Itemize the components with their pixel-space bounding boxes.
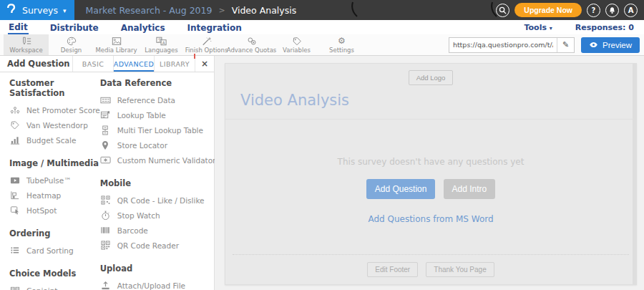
close-icon[interactable]: × [195, 56, 214, 72]
image-icon [112, 37, 122, 46]
gear-icon: ⚙ [338, 37, 346, 46]
responses-count[interactable]: Responses: 0 [575, 23, 634, 32]
reference-data-icon [100, 95, 111, 105]
add-logo-button[interactable]: Add Logo [409, 70, 454, 85]
question-type-reference-data[interactable]: Reference Data [100, 92, 216, 107]
svg-text:A: A [162, 40, 165, 44]
palette-icon [67, 37, 77, 46]
section-title: Ordering [9, 228, 100, 238]
tab-advanced[interactable]: ADVANCED [113, 56, 154, 72]
validator-icon [100, 155, 111, 165]
quota-icon [247, 37, 257, 46]
bar-chart-icon [9, 135, 20, 145]
question-type-qr-code-like-dislike[interactable]: QR Code - Like / Dislike [100, 193, 216, 208]
survey-url-box: ✎ [449, 37, 575, 53]
search-icon [499, 6, 507, 14]
translate-icon: 文A [156, 37, 167, 46]
qr-reader-icon [100, 240, 111, 251]
survey-title[interactable]: Video Analysis [240, 92, 636, 109]
canvas-scrollbar[interactable] [633, 64, 636, 284]
section-title: Upload [100, 264, 216, 274]
question-type-card-sorting[interactable]: Card Sorting [9, 243, 100, 258]
tab-analytics[interactable]: Analytics [120, 21, 166, 34]
bell-icon [608, 6, 616, 14]
tab-basic[interactable]: BASIC [72, 56, 113, 72]
canvas-footer: Edit Footer Thank You Page [233, 254, 629, 284]
map-pin-icon [100, 140, 111, 150]
edit-toolbar: Workspace Design Media Library 文A Langua… [0, 34, 644, 56]
questionpro-logo-icon [6, 4, 17, 16]
question-type-net-promoter-score[interactable]: Net Promoter Score [9, 102, 100, 117]
question-type-conjoint[interactable]: Conjoint [9, 283, 100, 290]
add-question-panel-header: Add Question BASIC ADVANCED LIBRARY × [0, 56, 214, 72]
toolbar-item-advance-quotas[interactable]: Advance Quotas [229, 34, 274, 55]
edit-url-pencil-icon[interactable]: ✎ [557, 38, 574, 52]
question-type-heatmap[interactable]: Heatmap [9, 188, 100, 203]
tab-library[interactable]: LIBRARY [154, 56, 195, 72]
question-type-barcode[interactable]: Barcode [100, 223, 216, 238]
section-title: Data Reference [100, 78, 216, 88]
stray-mark [489, 1, 499, 19]
help-button[interactable]: ? [587, 4, 600, 17]
survey-canvas-area: Add Logo Video Analysis This survey does… [215, 56, 644, 290]
wand-icon [202, 37, 212, 46]
survey-nav: Edit Distribute Analytics Integration To… [0, 20, 644, 34]
top-app-bar: Surveys ▾ Market Research - Aug 2019 > V… [0, 0, 644, 20]
question-type-tubepulse[interactable]: TubePulse™ [9, 173, 100, 188]
upgrade-now-button[interactable]: Upgrade Now [514, 3, 582, 17]
toolbar-item-settings[interactable]: ⚙ Settings [319, 34, 364, 55]
red-artifact [194, 54, 195, 59]
section-title: Customer Satisfaction [9, 78, 100, 98]
toolbar-item-languages[interactable]: 文A Languages [139, 34, 184, 55]
survey-url-input[interactable] [449, 41, 557, 49]
toolbar-item-variables[interactable]: Variables [274, 34, 319, 55]
question-type-custom-numeric-validator[interactable]: Custom Numeric Validator [100, 153, 216, 168]
breadcrumb-separator: > [218, 6, 225, 15]
toolbar-item-finish-options[interactable]: Finish Options [184, 34, 229, 55]
add-questions-from-ms-word-link[interactable]: Add Questions from MS Word [368, 214, 493, 224]
stopwatch-icon [100, 210, 111, 221]
workspace-icon [21, 37, 31, 46]
question-type-multi-tier-lookup-table[interactable]: Multi Tier Lookup Table [100, 122, 216, 137]
thank-you-page-button[interactable]: Thank You Page [426, 262, 494, 277]
tab-distribute[interactable]: Distribute [49, 21, 99, 34]
cursor-icon [9, 205, 20, 216]
caret-down-icon: ▾ [63, 7, 67, 14]
tools-dropdown[interactable]: Tools ▾ [524, 23, 552, 32]
toolbar-item-design[interactable]: Design [49, 34, 94, 55]
tab-integration[interactable]: Integration [187, 21, 243, 34]
barcode-icon [100, 225, 111, 236]
question-type-van-westendorp[interactable]: Van Westendorp [9, 117, 100, 132]
stray-mark [350, 1, 360, 19]
question-type-hotspot[interactable]: HotSpot [9, 203, 100, 218]
add-question-button[interactable]: Add Question [366, 179, 436, 199]
toolbar-item-workspace[interactable]: Workspace [4, 34, 49, 55]
survey-canvas: Add Logo Video Analysis This survey does… [225, 63, 637, 285]
tab-edit[interactable]: Edit [8, 21, 29, 34]
add-question-panel: Add Question BASIC ADVANCED LIBRARY × Cu… [0, 56, 215, 290]
breadcrumb-parent[interactable]: Market Research - Aug 2019 [86, 5, 213, 16]
question-type-lookup-table[interactable]: Lookup Table [100, 107, 216, 122]
avatar[interactable]: A [624, 4, 638, 17]
surveys-menu[interactable]: Surveys ▾ [0, 0, 74, 20]
conjoint-grid-icon [9, 285, 20, 290]
breadcrumb-current: Video Analysis [232, 5, 297, 16]
toolbar-item-media-library[interactable]: Media Library [94, 34, 139, 55]
notifications-button[interactable] [605, 4, 619, 17]
svg-text:文: 文 [158, 38, 162, 42]
eye-icon [589, 42, 598, 48]
question-type-stop-watch[interactable]: Stop Watch [100, 208, 216, 223]
question-type-budget-scale[interactable]: Budget Scale [9, 132, 100, 148]
question-type-attach-upload-file[interactable]: Attach/Upload File [100, 278, 216, 290]
price-tag-icon [9, 120, 20, 130]
upload-icon [100, 280, 111, 290]
surveys-menu-label: Surveys [22, 5, 58, 16]
add-intro-button[interactable]: Add Intro [444, 179, 496, 199]
preview-button[interactable]: Preview [581, 37, 640, 53]
edit-footer-button[interactable]: Edit Footer [367, 262, 418, 277]
empty-message: This survey doesn't have any questions y… [225, 157, 636, 167]
sort-list-icon [9, 245, 20, 256]
panel-title: Add Question [0, 56, 72, 72]
question-type-store-locator[interactable]: Store Locator [100, 137, 216, 153]
question-type-qr-code-reader[interactable]: QR Code Reader [100, 238, 216, 253]
